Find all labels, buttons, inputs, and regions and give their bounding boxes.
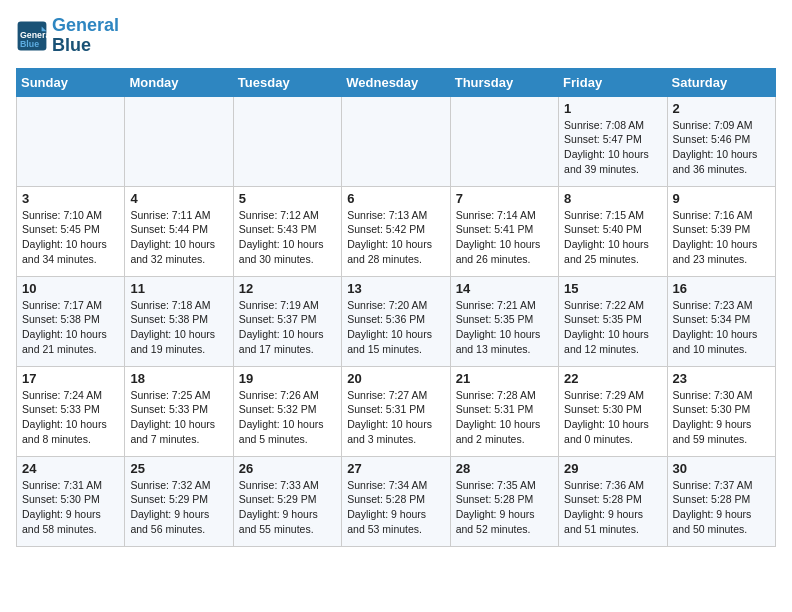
weekday-header-thursday: Thursday xyxy=(450,68,558,96)
day-number: 20 xyxy=(347,371,444,386)
calendar-cell: 2Sunrise: 7:09 AM Sunset: 5:46 PM Daylig… xyxy=(667,96,775,186)
day-info: Sunrise: 7:37 AM Sunset: 5:28 PM Dayligh… xyxy=(673,478,770,537)
calendar-cell: 14Sunrise: 7:21 AM Sunset: 5:35 PM Dayli… xyxy=(450,276,558,366)
day-info: Sunrise: 7:28 AM Sunset: 5:31 PM Dayligh… xyxy=(456,388,553,447)
day-info: Sunrise: 7:26 AM Sunset: 5:32 PM Dayligh… xyxy=(239,388,336,447)
calendar-cell: 24Sunrise: 7:31 AM Sunset: 5:30 PM Dayli… xyxy=(17,456,125,546)
calendar-cell: 18Sunrise: 7:25 AM Sunset: 5:33 PM Dayli… xyxy=(125,366,233,456)
logo-text-line2: Blue xyxy=(52,36,119,56)
weekday-header-tuesday: Tuesday xyxy=(233,68,341,96)
calendar-cell: 4Sunrise: 7:11 AM Sunset: 5:44 PM Daylig… xyxy=(125,186,233,276)
day-info: Sunrise: 7:27 AM Sunset: 5:31 PM Dayligh… xyxy=(347,388,444,447)
day-number: 21 xyxy=(456,371,553,386)
day-info: Sunrise: 7:24 AM Sunset: 5:33 PM Dayligh… xyxy=(22,388,119,447)
day-info: Sunrise: 7:35 AM Sunset: 5:28 PM Dayligh… xyxy=(456,478,553,537)
day-info: Sunrise: 7:18 AM Sunset: 5:38 PM Dayligh… xyxy=(130,298,227,357)
day-info: Sunrise: 7:09 AM Sunset: 5:46 PM Dayligh… xyxy=(673,118,770,177)
day-info: Sunrise: 7:32 AM Sunset: 5:29 PM Dayligh… xyxy=(130,478,227,537)
day-info: Sunrise: 7:31 AM Sunset: 5:30 PM Dayligh… xyxy=(22,478,119,537)
calendar-cell xyxy=(125,96,233,186)
calendar-cell: 5Sunrise: 7:12 AM Sunset: 5:43 PM Daylig… xyxy=(233,186,341,276)
calendar-cell: 1Sunrise: 7:08 AM Sunset: 5:47 PM Daylig… xyxy=(559,96,667,186)
calendar-cell: 20Sunrise: 7:27 AM Sunset: 5:31 PM Dayli… xyxy=(342,366,450,456)
weekday-header-wednesday: Wednesday xyxy=(342,68,450,96)
calendar-cell: 13Sunrise: 7:20 AM Sunset: 5:36 PM Dayli… xyxy=(342,276,450,366)
day-number: 7 xyxy=(456,191,553,206)
day-info: Sunrise: 7:25 AM Sunset: 5:33 PM Dayligh… xyxy=(130,388,227,447)
day-info: Sunrise: 7:34 AM Sunset: 5:28 PM Dayligh… xyxy=(347,478,444,537)
day-number: 14 xyxy=(456,281,553,296)
day-number: 17 xyxy=(22,371,119,386)
calendar-cell xyxy=(342,96,450,186)
logo: General Blue General Blue xyxy=(16,16,119,56)
calendar-cell: 8Sunrise: 7:15 AM Sunset: 5:40 PM Daylig… xyxy=(559,186,667,276)
calendar-cell: 16Sunrise: 7:23 AM Sunset: 5:34 PM Dayli… xyxy=(667,276,775,366)
day-number: 26 xyxy=(239,461,336,476)
logo-icon: General Blue xyxy=(16,20,48,52)
calendar-cell: 25Sunrise: 7:32 AM Sunset: 5:29 PM Dayli… xyxy=(125,456,233,546)
day-number: 22 xyxy=(564,371,661,386)
calendar-cell: 19Sunrise: 7:26 AM Sunset: 5:32 PM Dayli… xyxy=(233,366,341,456)
day-info: Sunrise: 7:08 AM Sunset: 5:47 PM Dayligh… xyxy=(564,118,661,177)
day-info: Sunrise: 7:12 AM Sunset: 5:43 PM Dayligh… xyxy=(239,208,336,267)
day-info: Sunrise: 7:23 AM Sunset: 5:34 PM Dayligh… xyxy=(673,298,770,357)
day-info: Sunrise: 7:14 AM Sunset: 5:41 PM Dayligh… xyxy=(456,208,553,267)
day-number: 16 xyxy=(673,281,770,296)
day-number: 3 xyxy=(22,191,119,206)
weekday-header-sunday: Sunday xyxy=(17,68,125,96)
calendar-cell: 29Sunrise: 7:36 AM Sunset: 5:28 PM Dayli… xyxy=(559,456,667,546)
day-info: Sunrise: 7:22 AM Sunset: 5:35 PM Dayligh… xyxy=(564,298,661,357)
day-info: Sunrise: 7:36 AM Sunset: 5:28 PM Dayligh… xyxy=(564,478,661,537)
day-number: 5 xyxy=(239,191,336,206)
calendar-cell: 6Sunrise: 7:13 AM Sunset: 5:42 PM Daylig… xyxy=(342,186,450,276)
day-number: 27 xyxy=(347,461,444,476)
day-number: 9 xyxy=(673,191,770,206)
day-info: Sunrise: 7:17 AM Sunset: 5:38 PM Dayligh… xyxy=(22,298,119,357)
day-number: 2 xyxy=(673,101,770,116)
day-number: 8 xyxy=(564,191,661,206)
logo-text-line1: General xyxy=(52,16,119,36)
calendar-cell xyxy=(17,96,125,186)
day-number: 1 xyxy=(564,101,661,116)
day-number: 13 xyxy=(347,281,444,296)
calendar-cell: 3Sunrise: 7:10 AM Sunset: 5:45 PM Daylig… xyxy=(17,186,125,276)
calendar-cell: 9Sunrise: 7:16 AM Sunset: 5:39 PM Daylig… xyxy=(667,186,775,276)
day-number: 19 xyxy=(239,371,336,386)
day-info: Sunrise: 7:33 AM Sunset: 5:29 PM Dayligh… xyxy=(239,478,336,537)
page-header: General Blue General Blue xyxy=(16,16,776,56)
day-info: Sunrise: 7:10 AM Sunset: 5:45 PM Dayligh… xyxy=(22,208,119,267)
day-info: Sunrise: 7:29 AM Sunset: 5:30 PM Dayligh… xyxy=(564,388,661,447)
calendar-cell: 22Sunrise: 7:29 AM Sunset: 5:30 PM Dayli… xyxy=(559,366,667,456)
calendar-table: SundayMondayTuesdayWednesdayThursdayFrid… xyxy=(16,68,776,547)
calendar-cell xyxy=(450,96,558,186)
calendar-cell: 11Sunrise: 7:18 AM Sunset: 5:38 PM Dayli… xyxy=(125,276,233,366)
day-number: 12 xyxy=(239,281,336,296)
day-info: Sunrise: 7:30 AM Sunset: 5:30 PM Dayligh… xyxy=(673,388,770,447)
calendar-cell: 23Sunrise: 7:30 AM Sunset: 5:30 PM Dayli… xyxy=(667,366,775,456)
day-info: Sunrise: 7:15 AM Sunset: 5:40 PM Dayligh… xyxy=(564,208,661,267)
day-number: 4 xyxy=(130,191,227,206)
day-number: 10 xyxy=(22,281,119,296)
day-info: Sunrise: 7:19 AM Sunset: 5:37 PM Dayligh… xyxy=(239,298,336,357)
day-number: 24 xyxy=(22,461,119,476)
day-info: Sunrise: 7:21 AM Sunset: 5:35 PM Dayligh… xyxy=(456,298,553,357)
day-number: 25 xyxy=(130,461,227,476)
day-info: Sunrise: 7:11 AM Sunset: 5:44 PM Dayligh… xyxy=(130,208,227,267)
day-info: Sunrise: 7:13 AM Sunset: 5:42 PM Dayligh… xyxy=(347,208,444,267)
day-number: 30 xyxy=(673,461,770,476)
day-number: 6 xyxy=(347,191,444,206)
weekday-header-saturday: Saturday xyxy=(667,68,775,96)
day-number: 23 xyxy=(673,371,770,386)
calendar-cell: 7Sunrise: 7:14 AM Sunset: 5:41 PM Daylig… xyxy=(450,186,558,276)
calendar-cell: 27Sunrise: 7:34 AM Sunset: 5:28 PM Dayli… xyxy=(342,456,450,546)
day-number: 29 xyxy=(564,461,661,476)
svg-text:Blue: Blue xyxy=(20,39,39,49)
calendar-cell: 21Sunrise: 7:28 AM Sunset: 5:31 PM Dayli… xyxy=(450,366,558,456)
calendar-cell: 12Sunrise: 7:19 AM Sunset: 5:37 PM Dayli… xyxy=(233,276,341,366)
calendar-cell: 30Sunrise: 7:37 AM Sunset: 5:28 PM Dayli… xyxy=(667,456,775,546)
day-number: 18 xyxy=(130,371,227,386)
day-number: 11 xyxy=(130,281,227,296)
calendar-cell: 10Sunrise: 7:17 AM Sunset: 5:38 PM Dayli… xyxy=(17,276,125,366)
weekday-header-monday: Monday xyxy=(125,68,233,96)
day-number: 15 xyxy=(564,281,661,296)
